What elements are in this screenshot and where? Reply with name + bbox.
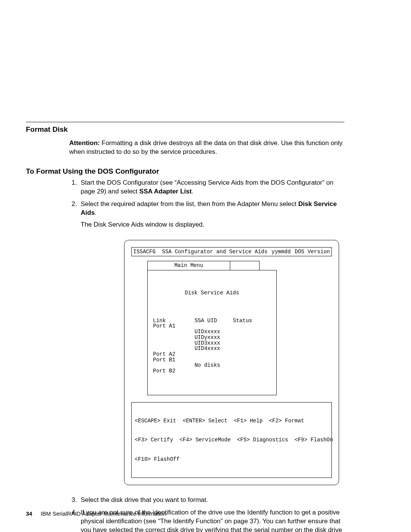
panel-body: Link SSA UID Status Port A1 UIDxxxxx UID… xyxy=(153,318,271,374)
page-number: 34 xyxy=(26,510,32,517)
terminal-tabs: Main Menu xyxy=(147,261,332,270)
main-menu-tab: Main Menu xyxy=(147,261,230,270)
panel-title: Disk Service Aids xyxy=(153,289,271,297)
terminal-titlebar: ISSACFG SSA Configurator and Service Aid… xyxy=(131,247,332,257)
attention-label: Attention: xyxy=(69,139,100,147)
attention-block: Attention: Formatting a disk drive destr… xyxy=(69,139,344,157)
terminal-title-left: ISSACFG SSA Configurator and Service Aid… xyxy=(133,248,268,256)
step-2-cont: The Disk Service Aids window is displaye… xyxy=(81,220,344,229)
key-help-box: <ESCAPE> Exit <ENTER> Select <F1> Help <… xyxy=(131,402,332,478)
page-footer: 34 IBM SerialRAID Adapter Maintenance In… xyxy=(26,510,166,517)
key-line-1: <ESCAPE> Exit <ENTER> Select <F1> Help <… xyxy=(135,418,328,424)
disk-service-aids-panel: Disk Service Aids Link SSA UID Status Po… xyxy=(147,270,277,395)
step-2-text-a: Select the required adapter from the lis… xyxy=(81,200,298,208)
heading-dos-configurator: To Format Using the DOS Configurator xyxy=(26,167,344,176)
step-2-text-c: . xyxy=(95,209,97,216)
key-line-3: <F10> FlashOff xyxy=(135,456,328,463)
step-1-text-c: . xyxy=(192,188,194,195)
blank-tab xyxy=(230,261,260,270)
procedure-list: Start the DOS Configurator (see “Accessi… xyxy=(69,179,344,532)
terminal-title-mid: yymmdd xyxy=(272,248,291,256)
attention-text: Formatting a disk drive destroys all the… xyxy=(69,139,342,155)
heading-format-disk: Format Disk xyxy=(26,125,344,134)
footer-title: IBM SerialRAID Adapter Maintenance Infor… xyxy=(41,510,166,517)
step-2: Select the required adapter from the lis… xyxy=(79,200,344,485)
terminal-title-right: DOS Version xyxy=(295,248,330,256)
step-1-text-a: Start the DOS Configurator (see “Accessi… xyxy=(81,179,333,195)
step-1: Start the DOS Configurator (see “Accessi… xyxy=(79,179,344,196)
step-1-bold: SSA Adapter List xyxy=(139,188,192,195)
step-3: Select the disk drive that you want to f… xyxy=(79,496,344,505)
key-line-2: <F3> Certify <F4> ServiceMode <F5> Diagn… xyxy=(135,437,328,443)
section-rule xyxy=(26,122,344,122)
terminal-figure: ISSACFG SSA Configurator and Service Aid… xyxy=(124,240,339,486)
